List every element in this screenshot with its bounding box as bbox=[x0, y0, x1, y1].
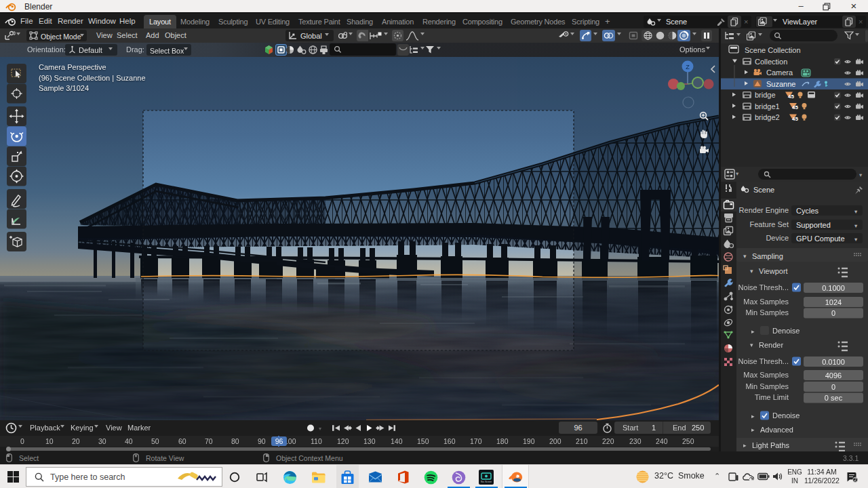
svg-text:▾: ▾ bbox=[743, 253, 747, 260]
svg-text:▸: ▸ bbox=[751, 413, 755, 420]
svg-text:▾: ▾ bbox=[736, 170, 739, 177]
svg-text:Render: Render bbox=[759, 341, 783, 349]
svg-text:GPU Compute: GPU Compute bbox=[796, 235, 845, 243]
svg-text:Supported: Supported bbox=[796, 221, 831, 229]
svg-text:Denoise: Denoise bbox=[772, 327, 800, 335]
svg-text:Noise Thresh...: Noise Thresh... bbox=[738, 357, 789, 365]
svg-text:▾: ▾ bbox=[854, 236, 858, 243]
svg-text:Z: Z bbox=[686, 64, 690, 70]
svg-text:2: 2 bbox=[854, 477, 856, 482]
svg-text:Camera: Camera bbox=[766, 68, 793, 77]
svg-text:Time Limit: Time Limit bbox=[755, 393, 789, 401]
svg-text:▸: ▸ bbox=[751, 426, 755, 433]
svg-text:Scene: Scene bbox=[753, 186, 774, 194]
svg-text:0: 0 bbox=[831, 383, 835, 391]
svg-text:▸: ▸ bbox=[743, 442, 747, 449]
svg-text:▾: ▾ bbox=[854, 208, 858, 215]
svg-text:Collection: Collection bbox=[755, 58, 787, 66]
svg-text:Max Samples: Max Samples bbox=[743, 371, 789, 379]
svg-text:4096: 4096 bbox=[825, 371, 842, 380]
svg-text:Advanced: Advanced bbox=[760, 426, 793, 434]
svg-text:Render Engine: Render Engine bbox=[739, 206, 789, 214]
svg-text:▾: ▾ bbox=[319, 426, 321, 432]
svg-text:0.1000: 0.1000 bbox=[822, 284, 845, 292]
svg-text:1024: 1024 bbox=[825, 298, 842, 306]
svg-text:Min Samples: Min Samples bbox=[745, 382, 789, 390]
svg-text:▸: ▸ bbox=[751, 328, 755, 335]
svg-text:0.0100: 0.0100 bbox=[822, 358, 845, 366]
svg-text:Min Samples: Min Samples bbox=[745, 308, 789, 317]
svg-text:Light Paths: Light Paths bbox=[752, 441, 790, 449]
svg-text:▾: ▾ bbox=[750, 268, 753, 274]
svg-text:Feature Set: Feature Set bbox=[750, 220, 789, 228]
svg-text:▾: ▾ bbox=[859, 171, 863, 178]
svg-text:Scene Collection: Scene Collection bbox=[745, 46, 801, 54]
svg-text:▾: ▾ bbox=[854, 222, 858, 229]
svg-text:Cycles: Cycles bbox=[796, 207, 819, 215]
svg-text:Suzanne: Suzanne bbox=[766, 80, 795, 88]
svg-text:Sampling: Sampling bbox=[752, 252, 783, 260]
svg-text:Max Samples: Max Samples bbox=[743, 298, 789, 306]
svg-text:Device: Device bbox=[766, 234, 789, 242]
svg-text:0 sec: 0 sec bbox=[825, 394, 843, 402]
svg-text:Viewport: Viewport bbox=[759, 267, 788, 275]
svg-text:bridge2: bridge2 bbox=[755, 113, 780, 121]
svg-text:Rec Screen: Rec Screen bbox=[481, 481, 492, 483]
svg-text:▾: ▾ bbox=[750, 342, 753, 348]
svg-text:Denoise: Denoise bbox=[772, 411, 800, 420]
svg-text:bridge1: bridge1 bbox=[755, 102, 780, 110]
svg-text:bridge: bridge bbox=[755, 91, 776, 99]
svg-text:0: 0 bbox=[831, 309, 835, 317]
svg-text:Noise Thresh...: Noise Thresh... bbox=[738, 283, 789, 291]
